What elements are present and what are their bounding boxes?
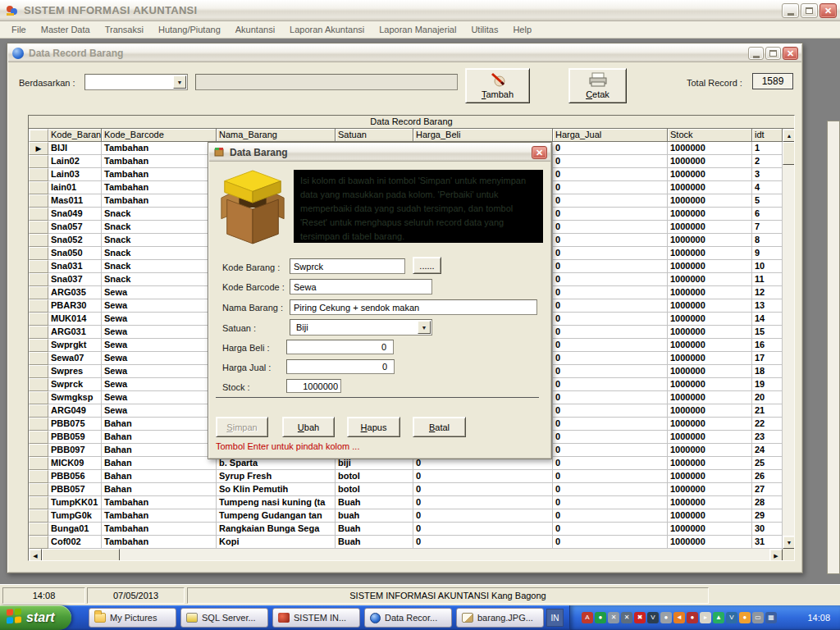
menu-item-master-data[interactable]: Master Data: [34, 22, 98, 37]
table-row[interactable]: TumpKK01TambahanTumpeng nasi kuning (taB…: [29, 496, 783, 509]
tray-antivirus-v-icon[interactable]: V: [647, 612, 659, 623]
scroll-right-icon[interactable]: ▶: [769, 549, 783, 561]
taskbar-task-globe[interactable]: Data Recor...: [364, 608, 452, 628]
taskbar-task-image[interactable]: barang.JPG...: [456, 608, 544, 628]
grid-hscrollbar[interactable]: ◀ ▶: [29, 549, 783, 561]
harga-jual-label: Harga Jual :: [222, 363, 271, 372]
start-button[interactable]: start: [0, 605, 71, 630]
grid-vscrollbar[interactable]: ▲ ▼: [783, 129, 795, 549]
cell-idt: 10: [752, 260, 783, 273]
menu-item-transaksi[interactable]: Transaksi: [98, 22, 151, 37]
child-maximize-button[interactable]: [765, 47, 781, 60]
tray-mute-icon[interactable]: ●: [660, 612, 672, 623]
table-row[interactable]: PBB057BahanSo Klin Pemutihbotol001000000…: [29, 483, 783, 496]
cell-kode_barcode: Sewa: [102, 391, 217, 404]
dialog-title: Data Barang: [230, 147, 288, 158]
tray-network-offline-icon[interactable]: ✕: [608, 612, 619, 623]
stock-input[interactable]: [286, 379, 341, 393]
scroll-up-icon[interactable]: ▲: [783, 129, 795, 142]
filter-combobox[interactable]: ▼: [84, 74, 188, 90]
tambah-button[interactable]: Tambah: [465, 68, 530, 103]
tray-tablet-icon[interactable]: ▦: [765, 612, 777, 623]
cell-stock: 1000000: [668, 247, 752, 260]
tray-vpn-triangle-icon[interactable]: ▲: [713, 612, 724, 623]
close-button[interactable]: ✕: [819, 3, 837, 18]
dialog-close-button[interactable]: ✕: [532, 146, 547, 159]
mdi-vertical-scrollbar[interactable]: [827, 121, 840, 574]
child-minimize-button[interactable]: [748, 47, 764, 60]
grid-selector-header: [29, 129, 48, 142]
hapus-button[interactable]: Hapus: [347, 417, 400, 437]
column-header-kode_barang[interactable]: Kode_Barang: [48, 129, 102, 142]
column-header-kode_barcode[interactable]: Kode_Barcode: [102, 129, 217, 142]
tray-display-icon[interactable]: ▭: [752, 612, 764, 623]
menu-item-utilitas[interactable]: Utilitas: [463, 22, 505, 37]
language-indicator[interactable]: IN: [546, 609, 564, 627]
menu-item-help[interactable]: Help: [505, 22, 539, 37]
table-row[interactable]: PBB056BahanSyrup Freshbotol00100000026: [29, 470, 783, 483]
nama-barang-input[interactable]: [290, 299, 537, 315]
tray-recorder-icon[interactable]: ●: [687, 612, 698, 623]
table-row[interactable]: Bunga01TambahanRangkaian Bunga SegaBuah0…: [29, 523, 783, 536]
column-header-satuan[interactable]: Satuan: [336, 129, 413, 142]
satuan-combobox[interactable]: Biji ▼: [290, 319, 432, 336]
row-selector: [29, 352, 48, 365]
tray-update-ball-icon[interactable]: ●: [739, 612, 751, 623]
restore-button[interactable]: [801, 3, 818, 18]
ubah-button[interactable]: Ubah: [282, 417, 335, 437]
cell-idt: 7: [752, 221, 783, 234]
globe-icon: [12, 48, 24, 59]
cetak-button[interactable]: Cetak: [568, 68, 627, 103]
hscroll-thumb[interactable]: [42, 549, 120, 561]
tray-volume-icon[interactable]: ◄: [673, 612, 685, 623]
browse-button[interactable]: ......: [413, 257, 441, 274]
column-header-stock[interactable]: Stock: [668, 129, 752, 142]
kode-barcode-input[interactable]: [290, 279, 432, 294]
taskbar: start My PicturesSQL Server...SISTEM IN.…: [0, 605, 840, 630]
table-row[interactable]: TumpG0kTambahanTumpeng Gudangan tanbuah0…: [29, 509, 783, 523]
tray-security-alert-icon[interactable]: ✖: [634, 612, 646, 623]
column-header-harga_jual[interactable]: Harga_Jual: [553, 129, 668, 142]
cell-kode_barcode: Bahan: [102, 444, 217, 457]
cell-stock: 1000000: [668, 352, 752, 365]
cell-kode_barang: Swpres: [48, 365, 102, 378]
tray-database-icon[interactable]: ▸: [700, 612, 711, 623]
harga-jual-input[interactable]: [286, 359, 395, 374]
taskbar-task-folder[interactable]: My Pictures: [89, 608, 176, 628]
column-header-nama_barang[interactable]: Nama_Barang: [217, 129, 336, 142]
menu-item-laporan-akuntansi[interactable]: Laporan Akuntansi: [282, 22, 372, 37]
tray-graph-red-icon[interactable]: A: [582, 612, 593, 623]
cell-stock: 1000000: [668, 313, 752, 326]
taskbar-task-app[interactable]: SISTEM IN...: [272, 608, 360, 628]
kode-barang-input[interactable]: [290, 258, 405, 274]
harga-beli-input[interactable]: [286, 340, 394, 354]
taskbar-task-sql[interactable]: SQL Server...: [180, 608, 268, 628]
filter-value-field[interactable]: [195, 74, 458, 90]
vscroll-thumb[interactable]: [783, 142, 795, 165]
column-header-harga_beli[interactable]: Harga_Beli: [413, 129, 553, 142]
scroll-down-icon[interactable]: ▼: [783, 536, 795, 549]
tray-network-error-icon[interactable]: ✕: [621, 612, 632, 623]
cell-harga_jual: 0: [553, 247, 668, 260]
tray-shield-v-icon[interactable]: V: [726, 612, 737, 623]
table-row[interactable]: Cof002TambahanKopiBuah00100000031: [29, 536, 783, 549]
cell-satuan: Buah: [336, 496, 413, 509]
menu-item-akuntansi[interactable]: Akuntansi: [228, 22, 282, 37]
simpan-button[interactable]: Simpan: [216, 417, 268, 437]
child-close-button[interactable]: ✕: [783, 47, 798, 60]
cell-kode_barcode: Bahan: [102, 431, 217, 444]
minimize-button[interactable]: [782, 3, 799, 18]
cell-kode_barang: Mas011: [48, 194, 102, 208]
cell-kode_barang: Lain02: [48, 155, 102, 168]
batal-button[interactable]: Batal: [413, 417, 466, 437]
satuan-combobox-arrow-icon[interactable]: ▼: [418, 321, 431, 334]
column-header-idt[interactable]: idt: [752, 129, 783, 142]
menu-item-hutang-piutang[interactable]: Hutang/Piutang: [151, 22, 228, 37]
cell-kode_barcode: Tambahan: [102, 181, 217, 194]
tray-downloader-icon[interactable]: ●: [595, 612, 606, 623]
cell-kode_barcode: Sewa: [102, 313, 217, 326]
scroll-left-icon[interactable]: ◀: [29, 549, 42, 561]
filter-combobox-arrow-icon[interactable]: ▼: [173, 75, 186, 89]
menu-item-laporan-manajerial[interactable]: Laporan Manajerial: [372, 22, 463, 37]
menu-item-file[interactable]: File: [4, 22, 34, 37]
